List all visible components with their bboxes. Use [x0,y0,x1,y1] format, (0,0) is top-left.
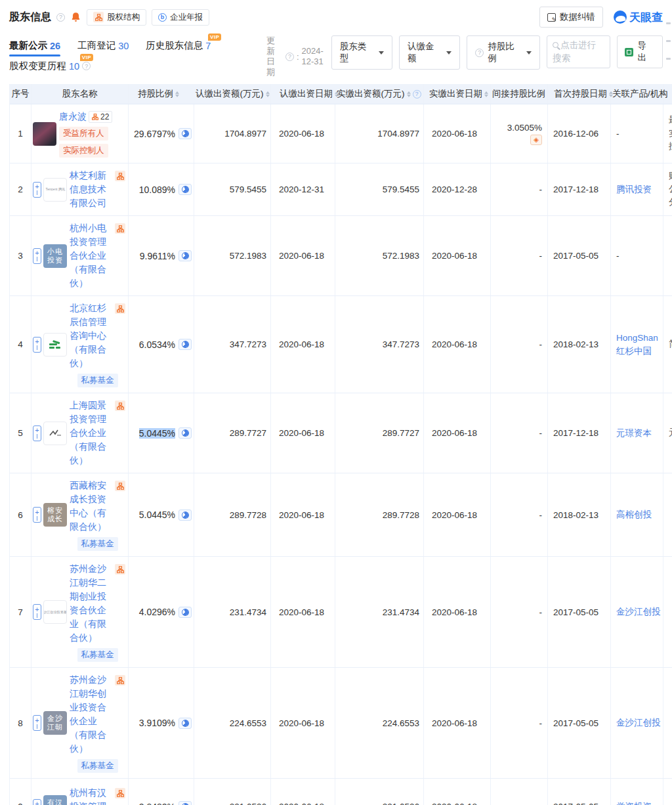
related-product-link[interactable]: 金沙江创投 [616,605,661,619]
tianyancha-logo-icon [614,11,627,24]
expand-tree-icon[interactable]: + [33,507,41,523]
clipped-edge-cell: 简 [663,296,672,393]
ratio-pie-chart-button[interactable] [178,128,192,139]
orgchart-icon[interactable] [115,171,125,181]
data-correction-button[interactable]: 数据纠错 [539,7,603,28]
shareholder-avatar[interactable]: 小电投资 [43,244,67,268]
shareholder-logo[interactable]: 金沙江创业投资基金 [43,600,67,624]
ratio-pie-chart-button[interactable] [178,510,192,521]
subscribed-amount: 289.7727 [194,393,271,473]
shareholder-avatar[interactable]: 有汉投资 [43,795,67,805]
table-row: 7+金沙江创业投资基金苏州金沙江朝华二期创业投资合伙企业（有限合伙）私募基金4.… [10,557,672,668]
column-header-4[interactable]: 认缴出资额(万元) [194,84,271,104]
shareholder-logo[interactable]: Tencent 腾讯 [43,178,67,202]
ratio-pie-chart-button[interactable] [178,250,192,261]
subscribed-amount: 572.1983 [194,216,271,295]
orgchart-icon[interactable] [115,401,125,411]
avatar-text-line: 有汉 [47,798,63,805]
name-line: 杭州有汉投资管理有限公司 [70,786,125,805]
filter-shareholder-type[interactable]: 股东类型 [331,35,392,70]
shareholder-name-link[interactable]: 林芝利新信息技术有限公司 [70,169,113,210]
orgchart-icon[interactable] [115,675,125,685]
shareholder-name-link[interactable]: 西藏榕安成长投资中心（有限合伙） [70,479,113,534]
shareholder-name-block: 杭州有汉投资管理有限公司 [70,786,125,805]
orgchart-icon[interactable] [115,303,125,314]
expand-tree-icon[interactable]: + [33,337,41,353]
sort-icon[interactable] [266,91,270,97]
orgchart-icon[interactable] [115,788,125,798]
row-number: 6 [10,473,32,556]
orgchart-icon[interactable] [115,564,125,575]
shareholding-ratio-cell: 6.0534% [129,296,194,393]
shareholder-name-block: 上海圆景投资管理合伙企业（有限合伙） [70,399,125,468]
title-help-icon[interactable]: ? [56,13,65,22]
first-holding-date: 2017-05-05 [548,216,611,295]
ratio-pie-chart-button[interactable] [178,718,192,729]
column-header-label: 关联产品/机构 [612,88,668,100]
expand-tree-icon[interactable]: + [33,604,41,620]
shareholder-name-link[interactable]: 苏州金沙江朝华创业投资合伙企业（有限合伙） [70,673,113,756]
update-date-help-icon[interactable]: ? [285,53,294,61]
column-header-5[interactable]: 认缴出资日期 [271,84,335,104]
tab-help-icon[interactable]: ? [82,62,91,70]
related-product-link[interactable]: 元璟资本 [616,427,652,440]
ratio-pie-chart-button[interactable] [178,607,192,618]
shareholder-name-link[interactable]: 唐永波 [59,110,87,123]
notification-bell-icon[interactable] [70,12,81,23]
expand-tree-icon[interactable]: + [33,425,41,441]
shareholder-name-link[interactable]: 杭州有汉投资管理有限公司 [70,786,113,805]
annual-report-badge[interactable]: b 企业年报 [152,9,209,26]
ratio-pie-chart-button[interactable] [178,427,192,439]
equity-structure-badge[interactable]: 股权结构 [87,9,146,26]
column-header-6[interactable]: 实缴出资额(万元)? [335,84,424,104]
avatar-text-line: 投资 [47,256,63,265]
sort-icon[interactable] [175,91,179,97]
shareholder-name-link[interactable]: 北京红杉辰信管理咨询中心（有限合伙） [70,301,113,370]
name-line: 唐永波22 [59,110,112,123]
filter-subscribed-amount[interactable]: 认缴金额 [399,35,460,70]
related-product-link[interactable]: 高榕创投 [616,508,652,521]
export-button[interactable]: 导出 [617,35,663,68]
expand-tree-icon[interactable]: + [33,715,41,731]
tab-historical-shareholders[interactable]: 历史股东信息 7 VIP [146,39,211,52]
tab-latest-disclosure[interactable]: 最新公示 26 [9,39,60,52]
partner-count-badge[interactable]: 22 [89,111,112,123]
tab-label: 工商登记 [77,39,116,52]
hongshan-logo[interactable] [43,333,67,357]
filter-shareholding-ratio[interactable]: ? 持股比例 [467,35,540,70]
column-header-label: 认缴出资额(万元) [196,88,264,100]
tab-equity-change-history[interactable]: 股权变更历程 10 VIP ? [9,60,91,72]
shareholder-avatar[interactable]: 榕安成长 [43,503,67,527]
column-header-3[interactable]: 持股比例 [129,84,194,104]
shareholder-name-link[interactable]: 杭州小电投资管理合伙企业（有限合伙） [70,221,113,290]
shareholder-avatar[interactable]: 金沙江朝 [43,711,67,735]
column-header-8: 间接持股比例 [491,84,548,104]
expand-tree-icon[interactable]: + [33,182,41,198]
column-header-9[interactable]: 首次持股日期 [548,84,611,104]
related-product-link[interactable]: HongShan红杉中国 [616,332,658,358]
column-help-icon[interactable]: ? [413,90,421,98]
ratio-pie-chart-button[interactable] [178,801,192,805]
sort-icon[interactable] [484,91,488,97]
shareholder-name-block: 杭州小电投资管理合伙企业（有限合伙） [70,221,125,290]
tianyancha-logo[interactable]: 天眼查 [614,10,663,25]
tab-business-registration[interactable]: 工商登记 30 [77,39,129,52]
shareholder-name-link[interactable]: 苏州金沙江朝华二期创业投资合伙企业（有限合伙） [70,562,113,645]
expand-tree-icon[interactable]: + [33,248,41,264]
ratio-pie-chart-button[interactable] [178,339,192,350]
shareholder-name-link[interactable]: 上海圆景投资管理合伙企业（有限合伙） [70,399,113,468]
ratio-pie-chart-button[interactable] [178,184,192,195]
sort-icon[interactable] [407,91,411,97]
orgchart-icon[interactable] [115,481,125,491]
table-row: 2+Tencent 腾讯林芝利新信息技术有限公司10.089%579.54552… [10,163,672,216]
related-product-link[interactable]: 金沙江创投 [616,716,661,729]
related-product-link[interactable]: 腾讯投资 [616,183,652,196]
penetrate-equity-icon[interactable]: ◈ [530,135,542,145]
expand-tree-icon[interactable]: + [33,799,41,805]
column-header-7[interactable]: 实缴出资日期 [424,84,491,104]
yuanjing-logo[interactable] [43,422,67,445]
shareholder-avatar[interactable] [33,122,56,146]
orgchart-icon[interactable] [115,223,125,234]
search-input[interactable]: 点击进行搜索 [547,35,610,68]
related-product-link[interactable]: 觉资投资 [616,800,652,805]
